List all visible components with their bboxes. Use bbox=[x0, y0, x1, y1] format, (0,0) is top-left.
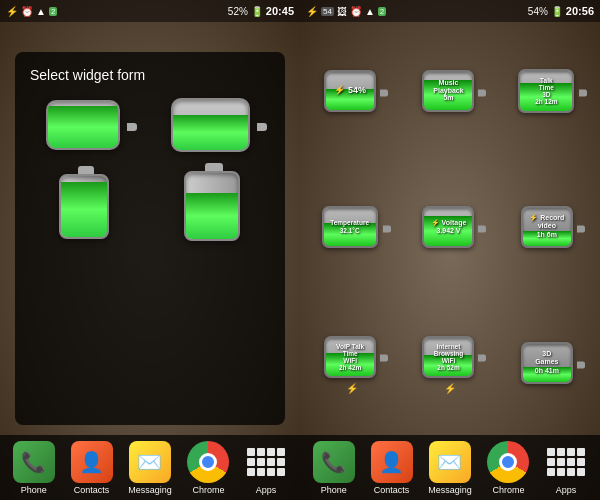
image-icon: 🖼 bbox=[337, 6, 347, 17]
apps-label: Apps bbox=[256, 485, 277, 495]
taskbar-contacts-left[interactable]: 👤 Contacts bbox=[71, 441, 113, 495]
wifi-icon: ▲ bbox=[36, 6, 46, 17]
notification-badge-right: 54 bbox=[321, 7, 334, 16]
apps-label-right: Apps bbox=[556, 485, 577, 495]
time-right: 20:56 bbox=[566, 5, 594, 17]
battery-bar-right: 🔋 bbox=[551, 6, 563, 17]
chrome-label: Chrome bbox=[192, 485, 224, 495]
battery-cell-record[interactable]: ⚡ Recordvideo1h 6m bbox=[502, 163, 595, 294]
widget-option-1[interactable] bbox=[30, 98, 143, 156]
notification-badge: 2 bbox=[49, 7, 57, 16]
phone-label: Phone bbox=[21, 485, 47, 495]
right-taskbar: 📞 Phone 👤 Contacts ✉️ Messaging Chrome bbox=[300, 435, 600, 500]
phone-icon: 📞 bbox=[13, 441, 55, 483]
notification-badge2-right: 2 bbox=[378, 7, 386, 16]
messaging-label-right: Messaging bbox=[428, 485, 472, 495]
taskbar-chrome-right[interactable]: Chrome bbox=[487, 441, 529, 495]
contacts-label: Contacts bbox=[74, 485, 110, 495]
apps-icon-right bbox=[545, 441, 587, 483]
contacts-label-right: Contacts bbox=[374, 485, 410, 495]
apps-icon bbox=[245, 441, 287, 483]
widget-option-3[interactable] bbox=[30, 171, 143, 246]
widget-option-2[interactable] bbox=[158, 98, 271, 156]
wifi-icon-right: ▲ bbox=[365, 6, 375, 17]
battery-cell-voltage[interactable]: ⚡ Voltage3.942 V bbox=[403, 163, 496, 294]
battery-grid: ⚡ 54% MusicPlayback5m TalkTime3D2h 12m bbox=[300, 22, 600, 435]
chrome-label-right: Chrome bbox=[492, 485, 524, 495]
widget-grid bbox=[30, 98, 270, 246]
right-panel: ⚡ 54 🖼 ⏰ ▲ 2 54% 🔋 20:56 ⚡ 54% bbox=[300, 0, 600, 500]
contacts-icon-right: 👤 bbox=[371, 441, 413, 483]
time-left: 20:45 bbox=[266, 5, 294, 17]
alarm-icon-right: ⏰ bbox=[350, 6, 362, 17]
battery-bar: 🔋 bbox=[251, 6, 263, 17]
messaging-label: Messaging bbox=[128, 485, 172, 495]
phone-icon-right: 📞 bbox=[313, 441, 355, 483]
battery-cell-voip[interactable]: VoIP TalkTimeWiFi2h 42m ⚡ bbox=[305, 299, 398, 430]
battery-percent-right: 54% bbox=[528, 6, 548, 17]
taskbar-messaging-left[interactable]: ✉️ Messaging bbox=[128, 441, 172, 495]
taskbar-apps-left[interactable]: Apps bbox=[245, 441, 287, 495]
widget-option-4[interactable] bbox=[158, 171, 271, 246]
taskbar-apps-right[interactable]: Apps bbox=[545, 441, 587, 495]
taskbar-messaging-right[interactable]: ✉️ Messaging bbox=[428, 441, 472, 495]
battery-cell-music[interactable]: MusicPlayback5m bbox=[403, 27, 496, 158]
left-status-bar: ⚡ ⏰ ▲ 2 52% 🔋 20:45 bbox=[0, 0, 300, 22]
battery-cell-3dgames[interactable]: 3DGames0h 41m bbox=[502, 299, 595, 430]
widget-select-title: Select widget form bbox=[30, 67, 270, 83]
alarm-icon: ⏰ bbox=[21, 6, 33, 17]
messaging-icon: ✉️ bbox=[129, 441, 171, 483]
right-status-bar: ⚡ 54 🖼 ⏰ ▲ 2 54% 🔋 20:56 bbox=[300, 0, 600, 22]
battery-cell-internet[interactable]: InternetBrowsingWiFi2h 52m ⚡ bbox=[403, 299, 496, 430]
chrome-icon bbox=[187, 441, 229, 483]
battery-cell-percent[interactable]: ⚡ 54% bbox=[305, 27, 398, 158]
usb-icon: ⚡ bbox=[6, 6, 18, 17]
usb-icon-right: ⚡ bbox=[306, 6, 318, 17]
battery-cell-temperature[interactable]: Temperature32.1°C bbox=[305, 163, 398, 294]
left-taskbar: 📞 Phone 👤 Contacts ✉️ Messaging Chrome bbox=[0, 435, 300, 500]
taskbar-chrome-left[interactable]: Chrome bbox=[187, 441, 229, 495]
contacts-icon: 👤 bbox=[71, 441, 113, 483]
taskbar-phone-left[interactable]: 📞 Phone bbox=[13, 441, 55, 495]
taskbar-phone-right[interactable]: 📞 Phone bbox=[313, 441, 355, 495]
phone-label-right: Phone bbox=[321, 485, 347, 495]
left-panel: ⚡ ⏰ ▲ 2 52% 🔋 20:45 Select widget form bbox=[0, 0, 300, 500]
messaging-icon-right: ✉️ bbox=[429, 441, 471, 483]
taskbar-contacts-right[interactable]: 👤 Contacts bbox=[371, 441, 413, 495]
battery-cell-talk[interactable]: TalkTime3D2h 12m bbox=[502, 27, 595, 158]
chrome-icon-right bbox=[487, 441, 529, 483]
widget-select-box: Select widget form bbox=[15, 52, 285, 425]
battery-percent-left: 52% bbox=[228, 6, 248, 17]
